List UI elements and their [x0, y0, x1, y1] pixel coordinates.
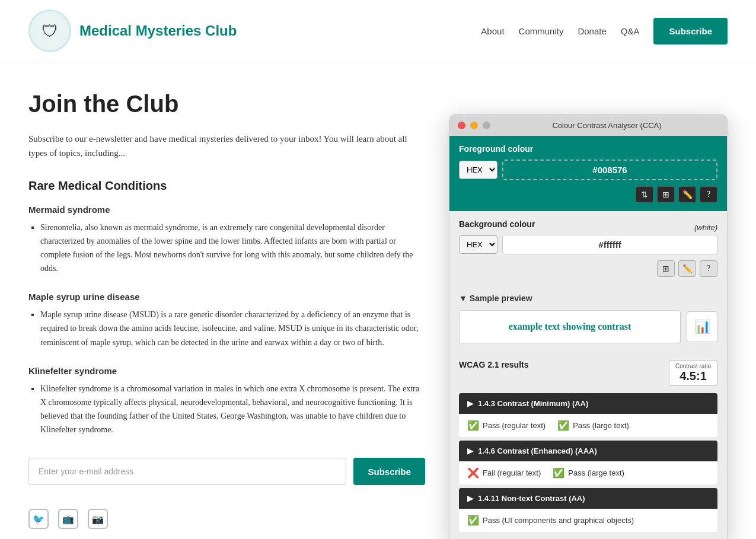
condition-klinefelter: Klinefelter syndrome Klinefelter syndrom… — [28, 366, 425, 436]
accordion-arrow-0: ▶ — [467, 399, 473, 408]
bg-hex-row: HEX — [459, 235, 717, 254]
cca-titlebar: Colour Contrast Analyser (CCA) — [449, 115, 727, 136]
nav-link-about[interactable]: About — [481, 26, 504, 36]
social-icons-row: 🐦 📺 📷 — [28, 509, 425, 529]
wcag-title: WCAG 2.1 results — [459, 360, 528, 369]
wcag-result-text-1-1: Pass (large text) — [568, 468, 624, 477]
close-dot[interactable] — [458, 122, 465, 129]
bg-hex-select[interactable]: HEX — [459, 235, 497, 254]
condition-maple: Maple syrup urine disease Maple syrup ur… — [28, 292, 425, 349]
email-input[interactable] — [28, 458, 346, 485]
contrast-ratio-label: Contrast ratio — [675, 363, 711, 369]
wcag-accordion-header-0[interactable]: ▶ 1.4.3 Contrast (Minimum) (AA) — [459, 393, 717, 414]
nav-link-community[interactable]: Community — [519, 26, 564, 36]
wcag-result-2-0: ✅ Pass (UI components and graphical obje… — [467, 515, 634, 526]
pass-icon: ✅ — [467, 515, 479, 526]
wcag-result-text-0-1: Pass (large text) — [573, 421, 629, 430]
wcag-accordion-header-1[interactable]: ▶ 1.4.6 Contrast (Enhanced) (AAA) — [459, 441, 717, 461]
bg-hex-input[interactable] — [502, 235, 717, 254]
page-title: Join the Club — [28, 91, 425, 117]
wcag-accordion-2: ▶ 1.4.11 Non-text Contrast (AA) ✅ Pass (… — [459, 488, 717, 532]
main-content: Join the Club Subscribe to our e-newslet… — [0, 62, 756, 539]
brand-name: Medical Mysteries Club — [79, 23, 237, 39]
accordion-arrow-1: ▶ — [467, 446, 473, 455]
fg-eyedropper-icon[interactable]: ✏️ — [678, 186, 696, 203]
wcag-accordion-body-2: ✅ Pass (UI components and graphical obje… — [459, 509, 717, 532]
accordion-label-0: 1.4.3 Contrast (Minimum) (AA) — [478, 399, 588, 408]
pass-icon: ✅ — [557, 420, 569, 431]
email-row: Subscribe — [28, 458, 425, 485]
nav-link-donate[interactable]: Donate — [578, 26, 606, 36]
wcag-result-1-0: ❌ Fail (regular text) — [467, 467, 541, 479]
maximize-dot[interactable] — [483, 122, 490, 129]
accordion-label-2: 1.4.11 Non-text Contrast (AA) — [478, 494, 585, 503]
fg-help-icon[interactable]: ? — [700, 186, 717, 203]
fg-hex-row: HEX — [459, 160, 717, 180]
fail-icon: ❌ — [467, 467, 479, 479]
condition-title-0: Mermaid syndrome — [28, 205, 425, 215]
condition-mermaid: Mermaid syndrome Sirenomelia, also known… — [28, 205, 425, 275]
nav-brand: 🛡 Medical Mysteries Club — [28, 9, 237, 52]
twitter-icon[interactable]: 🐦 — [28, 509, 49, 529]
condition-body-2: Klinefelter syndrome is a chromosomal va… — [40, 382, 425, 436]
wcag-result-0-0: ✅ Pass (regular text) — [467, 420, 546, 431]
bg-sliders-icon[interactable]: ⊞ — [657, 260, 675, 277]
bg-help-icon[interactable]: ? — [700, 260, 717, 277]
bg-label: Background colour — [459, 219, 535, 229]
sample-chart-icon[interactable]: 📊 — [687, 311, 717, 342]
fg-swap-icon[interactable]: ⇅ — [636, 186, 653, 203]
contrast-ratio-box: Contrast ratio 4.5:1 — [669, 360, 717, 386]
nav-subscribe-button[interactable]: Subscribe — [653, 18, 728, 44]
wcag-result-text-2-0: Pass (UI components and graphical object… — [483, 516, 634, 525]
condition-body-0: Sirenomelia, also known as mermaid syndr… — [40, 221, 425, 275]
minimize-dot[interactable] — [470, 122, 478, 129]
cca-title: Colour Contrast Analyser (CCA) — [495, 121, 719, 130]
accordion-label-1: 1.4.6 Contrast (Enhanced) (AAA) — [478, 446, 597, 455]
fg-hex-select[interactable]: HEX — [459, 161, 497, 179]
bg-section: Background colour (white) HEX ⊞ ✏️ ? — [449, 211, 727, 285]
sample-section: ▼ Sample preview example text showing co… — [449, 285, 727, 352]
fg-hex-input[interactable] — [502, 160, 717, 180]
instagram-icon[interactable]: 📷 — [88, 509, 108, 529]
navbar: 🛡 Medical Mysteries Club About Community… — [0, 0, 756, 62]
left-column: Join the Club Subscribe to our e-newslet… — [28, 91, 425, 529]
bg-white-label: (white) — [694, 223, 717, 232]
wcag-accordion-body-1: ❌ Fail (regular text) ✅ Pass (large text… — [459, 461, 717, 484]
wcag-result-0-1: ✅ Pass (large text) — [557, 420, 629, 431]
nav-link-qa[interactable]: Q&A — [621, 26, 640, 36]
bg-icon-row: ⊞ ✏️ ? — [459, 260, 717, 277]
page-description: Subscribe to our e-newsletter and have m… — [28, 132, 425, 160]
fg-icon-row: ⇅ ⊞ ✏️ ? — [459, 186, 717, 203]
pass-icon: ✅ — [467, 420, 479, 431]
fg-label: Foreground colour — [459, 144, 717, 154]
wcag-header-row: WCAG 2.1 results Contrast ratio 4.5:1 — [459, 360, 717, 386]
wcag-result-text-1-0: Fail (regular text) — [483, 468, 541, 477]
fg-sliders-icon[interactable]: ⊞ — [657, 186, 675, 203]
wcag-accordion-1: ▶ 1.4.6 Contrast (Enhanced) (AAA) ❌ Fail… — [459, 441, 717, 484]
logo-icon: 🛡 — [28, 9, 71, 52]
wcag-accordion-header-2[interactable]: ▶ 1.4.11 Non-text Contrast (AA) — [459, 488, 717, 509]
fg-section: Foreground colour HEX ⇅ ⊞ ✏️ ? — [449, 136, 727, 211]
wcag-accordion-0: ▶ 1.4.3 Contrast (Minimum) (AA) ✅ Pass (… — [459, 393, 717, 437]
accordion-arrow-2: ▶ — [467, 494, 473, 503]
bg-eyedropper-icon[interactable]: ✏️ — [678, 260, 696, 277]
cca-window: Colour Contrast Analyser (CCA) Foregroun… — [449, 114, 728, 539]
contrast-ratio-value: 4.5:1 — [675, 369, 711, 383]
nav-links: About Community Donate Q&A Subscribe — [481, 18, 728, 44]
section-title: Rare Medical Conditions — [28, 179, 425, 193]
wcag-section: WCAG 2.1 results Contrast ratio 4.5:1 ▶ … — [449, 352, 727, 539]
pass-icon: ✅ — [553, 467, 564, 479]
condition-title-1: Maple syrup urine disease — [28, 292, 425, 302]
wcag-accordion-body-0: ✅ Pass (regular text) ✅ Pass (large text… — [459, 414, 717, 437]
condition-body-1: Maple syrup urine disease (MSUD) is a ra… — [40, 308, 425, 349]
sample-preview-row: example text showing contrast 📊 — [459, 310, 717, 343]
sample-preview-label: ▼ Sample preview — [459, 294, 717, 303]
sample-text: example text showing contrast — [459, 310, 681, 343]
subscribe-button[interactable]: Subscribe — [353, 458, 425, 485]
condition-title-2: Klinefelter syndrome — [28, 366, 425, 376]
wcag-result-1-1: ✅ Pass (large text) — [553, 467, 624, 479]
wcag-result-text-0-0: Pass (regular text) — [483, 421, 546, 430]
twitch-icon[interactable]: 📺 — [58, 509, 78, 529]
